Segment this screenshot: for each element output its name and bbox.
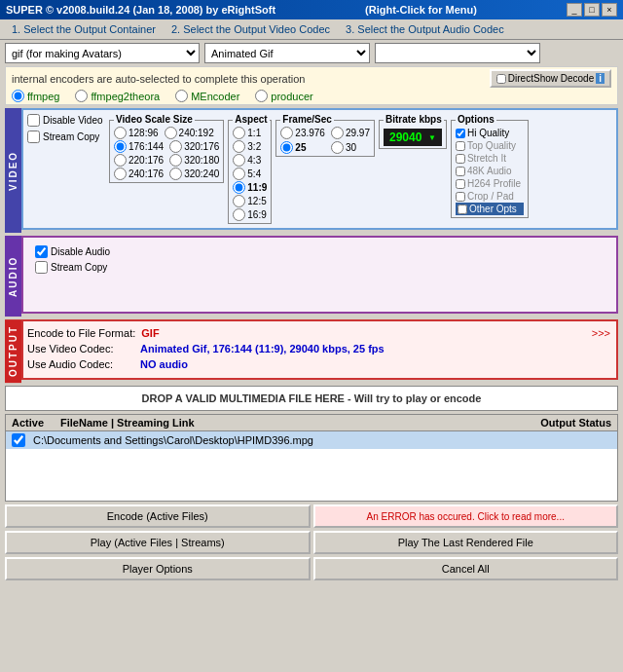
- disable-video-checkbox[interactable]: [27, 114, 40, 127]
- minimize-button[interactable]: _: [567, 3, 582, 17]
- maximize-button[interactable]: □: [584, 3, 600, 17]
- output-line-format: Encode to File Format: GIF: [27, 325, 612, 341]
- scale-320-180[interactable]: 320:180: [169, 154, 219, 167]
- header-active: Active: [12, 417, 51, 429]
- aspect-radio-group: 1:1 3:2 4:3 5:4 11:9 12:5 16:9: [233, 127, 267, 221]
- output-label: OUTPUT: [5, 319, 21, 383]
- stream-copy-checkbox[interactable]: [27, 131, 40, 143]
- option-hi-quality[interactable]: Hi Quality: [456, 127, 524, 139]
- encoder-notice: internal encoders are auto-selected to c…: [12, 73, 305, 85]
- options-list: Hi Quality Top Quality Stretch It 4: [456, 127, 524, 215]
- bottom-buttons: Encode (Active Files) An ERROR has occur…: [5, 504, 618, 580]
- output-line-audio: Use Audio Codec: NO audio: [27, 356, 612, 372]
- audio-checkboxes: Disable Audio Stream Copy: [35, 245, 612, 274]
- scale-176-144[interactable]: 176:144: [114, 140, 164, 153]
- scale-row-1: 128:96 240:192: [114, 127, 219, 139]
- video-label: VIDEO: [5, 108, 21, 233]
- output-lines: Encode to File Format: GIF Use Video Cod…: [27, 325, 612, 372]
- player-options-button[interactable]: Player Options: [5, 557, 311, 580]
- directshow-checkbox[interactable]: [496, 74, 506, 84]
- option-crop-pad[interactable]: Crop / Pad: [456, 190, 524, 203]
- output-section-row: OUTPUT Encode to File Format: GIF Use Vi…: [5, 319, 618, 383]
- audio-stream-copy-label[interactable]: Stream Copy: [35, 261, 612, 274]
- step1-label: 1. Select the Output Container: [4, 21, 164, 37]
- play-active-button[interactable]: Play (Active Files | Streams): [5, 531, 311, 554]
- encoder-producer[interactable]: producer: [255, 90, 312, 102]
- aspect-16-9[interactable]: 16:9: [233, 208, 267, 221]
- scale-320-240[interactable]: 320:240: [169, 168, 219, 180]
- step3-label: 3. Select the Output Audio Codec: [338, 21, 512, 37]
- option-stretch-it[interactable]: Stretch It: [456, 152, 524, 165]
- output-arrows: >>>: [592, 327, 610, 339]
- scale-240-176[interactable]: 240:176: [114, 168, 164, 180]
- directshow-button[interactable]: DirectShow Decode i: [490, 69, 611, 88]
- video-codec-select[interactable]: Animated Gif: [204, 43, 370, 63]
- aspect-12-5[interactable]: 12:5: [233, 195, 267, 207]
- stream-copy-label[interactable]: Stream Copy: [27, 131, 105, 143]
- option-other-opts[interactable]: Other Opts: [456, 203, 524, 215]
- aspect-3-2[interactable]: 3:2: [233, 140, 267, 153]
- sections-wrapper: VIDEO Disable Video Stream Copy Video: [5, 108, 618, 383]
- scale-240-192[interactable]: 240:192: [165, 127, 214, 139]
- info-icon: i: [596, 73, 605, 84]
- audio-section: Disable Audio Stream Copy: [21, 236, 618, 314]
- disable-audio-checkbox[interactable]: [35, 245, 48, 258]
- output-section: Encode to File Format: GIF Use Video Cod…: [21, 319, 618, 380]
- codec-row: gif (for making Avatars) Animated Gif: [0, 40, 623, 66]
- video-section-row: VIDEO Disable Video Stream Copy Video: [5, 108, 618, 233]
- option-h264-profile[interactable]: H264 Profile: [456, 177, 524, 190]
- encode-button[interactable]: Encode (Active Files): [5, 504, 311, 528]
- file-active-checkbox[interactable]: [12, 433, 25, 447]
- aspect-4-3[interactable]: 4:3: [233, 154, 267, 167]
- options-group: Options Hi Quality Top Quality Stretc: [451, 120, 529, 218]
- fps-29-97[interactable]: 29.97: [331, 127, 370, 139]
- bitrate-group: Bitrate kbps 29040 ▼: [379, 120, 447, 149]
- container-select-wrapper: gif (for making Avatars): [5, 43, 200, 63]
- option-top-quality[interactable]: Top Quality: [456, 139, 524, 152]
- video-section: Disable Video Stream Copy Video Scale Si…: [21, 108, 618, 230]
- header-filename: FileName | Streaming Link: [60, 417, 524, 429]
- error-button[interactable]: An ERROR has occured. Click to read more…: [313, 504, 619, 528]
- video-codec-select-wrapper: Animated Gif: [204, 43, 370, 63]
- close-button[interactable]: ×: [602, 3, 617, 17]
- scale-220-176[interactable]: 220:176: [114, 154, 164, 167]
- bitrate-down-arrow[interactable]: ▼: [428, 133, 436, 142]
- aspect-5-4[interactable]: 5:4: [233, 168, 267, 180]
- file-name: C:\Documents and Settings\Carol\Desktop\…: [33, 434, 313, 446]
- table-row: C:\Documents and Settings\Carol\Desktop\…: [6, 431, 617, 449]
- fps-radio-group: 23.976 25 29.97 30: [280, 127, 370, 154]
- step2-label: 2. Select the Output Video Codec: [164, 21, 338, 37]
- video-checkboxes: Disable Video Stream Copy: [27, 114, 105, 143]
- scale-row-2: 176:144 320:176: [114, 140, 219, 153]
- drop-zone[interactable]: DROP A VALID MULTIMEDIA FILE HERE - Will…: [5, 386, 618, 411]
- audio-codec-select[interactable]: [375, 43, 540, 63]
- file-list-header: Active FileName | Streaming Link Output …: [6, 415, 617, 431]
- fps-23-976[interactable]: 23.976: [280, 127, 325, 139]
- scale-row-3: 220:176 320:180: [114, 154, 219, 167]
- header-status: Output Status: [533, 417, 611, 429]
- scale-row-4: 240:176 320:240: [114, 168, 219, 180]
- scale-128-96[interactable]: 128:96: [114, 127, 159, 139]
- fps-25[interactable]: 25: [280, 141, 325, 154]
- audio-codec-select-wrapper: [375, 43, 540, 63]
- aspect-1-1[interactable]: 1:1: [233, 127, 267, 139]
- audio-stream-copy-checkbox[interactable]: [35, 261, 48, 274]
- encoder-bar: internal encoders are auto-selected to c…: [5, 66, 618, 105]
- play-last-button[interactable]: Play The Last Rendered File: [313, 531, 619, 554]
- scale-320-176[interactable]: 320:176: [169, 140, 219, 153]
- app-title: SUPER © v2008.build.24 (Jan 18, 2008) by…: [6, 4, 275, 16]
- option-48k-audio[interactable]: 48K Audio: [456, 165, 524, 177]
- cancel-all-button[interactable]: Cancel All: [313, 557, 619, 580]
- scale-group: Video Scale Size 128:96 240:192 176:144 …: [109, 120, 224, 183]
- container-select[interactable]: gif (for making Avatars): [5, 43, 200, 63]
- btn-row-2: Play (Active Files | Streams) Play The L…: [5, 531, 618, 554]
- fps-30[interactable]: 30: [331, 141, 370, 154]
- disable-audio-label[interactable]: Disable Audio: [35, 245, 612, 258]
- fps-col1: 23.976 25: [280, 127, 325, 154]
- aspect-11-9[interactable]: 11:9: [233, 181, 267, 194]
- encoder-ffmpeg2theora[interactable]: ffmpeg2theora: [75, 90, 160, 102]
- disable-video-label[interactable]: Disable Video: [27, 114, 105, 127]
- encoder-mencoder[interactable]: MEncoder: [175, 90, 239, 102]
- encoder-ffmpeg[interactable]: ffmpeg: [12, 90, 59, 102]
- file-list: Active FileName | Streaming Link Output …: [5, 414, 618, 502]
